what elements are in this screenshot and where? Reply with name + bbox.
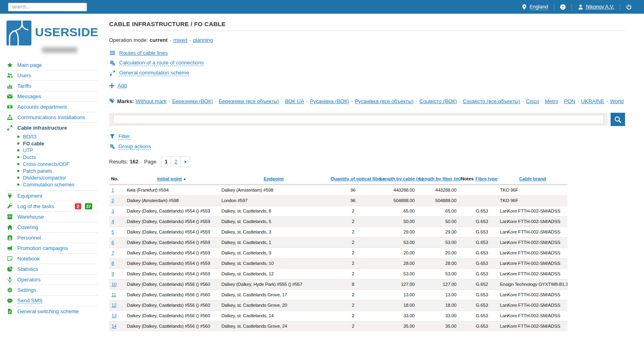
- cable-record-link[interactable]: 6: [111, 240, 114, 245]
- sidebar-item-notebook[interactable]: Notebook: [6, 253, 98, 264]
- sidebar-item-promotion-campaigns[interactable]: Promotion campaigns: [6, 243, 98, 253]
- sidebar-item-covering[interactable]: Covering: [6, 222, 98, 232]
- add-link[interactable]: Add: [118, 83, 127, 89]
- cable-record-link[interactable]: 14: [111, 324, 116, 329]
- sortable-column-link[interactable]: Cable brand: [519, 176, 546, 181]
- page-button-2[interactable]: 2: [171, 156, 181, 167]
- sidebar-subitem-patch-panels[interactable]: Patch panels: [17, 167, 98, 174]
- cable-record-link[interactable]: 7: [111, 250, 114, 255]
- mark-link-metro[interactable]: Metro: [545, 98, 558, 104]
- sortable-column-link[interactable]: Initial point: [157, 176, 182, 181]
- calculation-of-a-route-of-connections-link[interactable]: Calculation of a route of connections: [119, 60, 204, 66]
- page-link[interactable]: 2: [174, 159, 177, 165]
- mark-link-pon[interactable]: PON: [564, 98, 575, 104]
- cell-notes: [459, 248, 473, 258]
- column-header-cable-brand[interactable]: Cable brand: [497, 174, 568, 185]
- general-commutation-scheme-link[interactable]: General commutation scheme: [119, 70, 189, 76]
- group-actions-link[interactable]: Group actions: [118, 143, 151, 150]
- column-header-quantity-of-optical-fibers[interactable]: Quantity of optical fibers: [328, 174, 378, 185]
- sidebar-item-tariffs[interactable]: Tariffs: [6, 81, 98, 91]
- cable-record-link[interactable]: 10: [111, 282, 116, 287]
- location-link[interactable]: England: [530, 4, 548, 10]
- sortable-column-link[interactable]: Length by fiber (m): [419, 176, 461, 181]
- mark-link-березняки-вок[interactable]: Березняки (ВОК): [172, 98, 213, 104]
- column-header-endpoint[interactable]: Endpoint: [219, 174, 328, 185]
- cell-quantity-of-optical-fibers: 2: [328, 238, 378, 248]
- mark-link-березняки-все-объекты[interactable]: Березняки (все объекты): [219, 98, 279, 104]
- sidebar-item-communications-installations[interactable]: Communications installations: [6, 112, 98, 122]
- filter-link[interactable]: Filter: [118, 133, 130, 140]
- sidebar-item-accounts-department[interactable]: Accounts department: [6, 101, 98, 112]
- sidebar-subitem-волз[interactable]: ВОЛЗ: [17, 133, 98, 140]
- sidebar-item-general-switching-scheme[interactable]: General switching scheme: [6, 306, 98, 316]
- table-search-button[interactable]: [611, 113, 625, 126]
- user-name-link[interactable]: Nikonov A.V.: [586, 4, 614, 10]
- sidebar-subitem-dividers-compactor[interactable]: Dividers/compactor: [17, 174, 98, 181]
- mark-link-world[interactable]: World: [610, 98, 624, 104]
- cable-record-link[interactable]: 9: [111, 271, 114, 276]
- operation-mode-mixed-link[interactable]: mixed: [173, 37, 188, 43]
- sortable-column-link[interactable]: Fibre type: [475, 176, 497, 181]
- logout-button[interactable]: [620, 4, 638, 10]
- sidebar-subitem-fo-cable[interactable]: FO cable: [17, 140, 98, 147]
- cable-record-link[interactable]: 3: [111, 209, 114, 213]
- column-header-length-by-fiber-m[interactable]: Length by fiber (m): [417, 174, 459, 185]
- sidebar-submenu: ВОЛЗFO cableUTPDuctsCross connects/ODFPa…: [6, 133, 98, 190]
- help-button[interactable]: ?: [554, 4, 572, 10]
- mark-link-without-mark[interactable]: Without mark: [136, 98, 167, 104]
- sidebar-item-label: Promotion campaigns: [17, 245, 68, 251]
- cable-record-link[interactable]: 13: [111, 313, 116, 318]
- cell-notes: [459, 238, 473, 248]
- logo[interactable]: USERSIDE: [6, 21, 105, 45]
- sidebar-item-log-of-the-tasks[interactable]: Log of the tasks237: [6, 201, 98, 211]
- next-page-button[interactable]: [180, 156, 190, 167]
- sidebar-item-users[interactable]: Users: [6, 70, 98, 81]
- operation-mode-planning-link[interactable]: planning: [193, 37, 213, 43]
- mark-link-русанівка-вок[interactable]: Русанівка (ВОК): [310, 98, 349, 104]
- sidebar-item-statistics[interactable]: Statistics: [6, 264, 98, 274]
- mark-link-вок-ua[interactable]: ВОК UA: [285, 98, 304, 104]
- bullet-icon: [17, 170, 19, 172]
- sortable-column-link[interactable]: Quantity of optical fibers: [330, 176, 385, 181]
- sidebar-subitem-commutation-schemes[interactable]: Commutation schemes: [17, 181, 98, 188]
- sidebar-item-main-page[interactable]: Main page: [6, 60, 98, 70]
- cable-record-link[interactable]: 5: [111, 229, 114, 234]
- sidebar-item-personnel[interactable]: Personnel: [6, 232, 98, 243]
- sortable-column-link[interactable]: Endpoint: [264, 176, 284, 181]
- cell-endpoint: Dalkey, st. Castlelands, 8: [219, 206, 328, 217]
- cable-record-link[interactable]: 8: [111, 261, 114, 266]
- cable-record-link[interactable]: 2: [111, 198, 114, 203]
- mark-link-русанівка-все-объекты[interactable]: Русанівка (все объекты): [355, 98, 413, 104]
- mark-link-соцмісто-вок[interactable]: Соцмісто (ВОК): [419, 98, 457, 104]
- sidebar-item-operators[interactable]: Operators: [6, 274, 98, 285]
- user-menu[interactable]: Nikonov A.V.: [572, 4, 620, 10]
- sidebar-item-send-sms[interactable]: Send SMS: [6, 295, 98, 306]
- cable-record-link[interactable]: 11: [111, 292, 116, 297]
- column-header-length-by-cable-m[interactable]: Length by cable (m): [378, 174, 417, 185]
- sidebar-item-equipment[interactable]: Equipment: [6, 190, 98, 201]
- table-search-input[interactable]: [113, 115, 604, 124]
- sidebar-item-cable-infrastructure[interactable]: Cable infrastructure: [6, 122, 98, 133]
- global-search-input[interactable]: [12, 4, 78, 10]
- cell-cable-brand: TKO 96F: [497, 185, 568, 196]
- sidebar-subitem-ducts[interactable]: Ducts: [17, 154, 98, 161]
- cable-record-link[interactable]: 4: [111, 219, 114, 224]
- location-switcher[interactable]: England: [516, 4, 554, 10]
- column-header-initial-point[interactable]: Initial point▲: [124, 174, 219, 185]
- sortable-column-link[interactable]: Length by cable (m): [380, 176, 423, 181]
- sidebar-item-warehouse[interactable]: Warehouse: [6, 211, 98, 222]
- sidebar-subitem-utp[interactable]: UTP: [17, 147, 98, 154]
- routes-of-cable-lines-link[interactable]: Routes of cable lines: [119, 50, 168, 56]
- sidebar-subitem-cross-connects-odf[interactable]: Cross connects/ODF: [17, 161, 98, 167]
- star-icon: [6, 62, 13, 68]
- sidebar-item-settings[interactable]: Settings: [6, 285, 98, 295]
- cell-initial-point: Dalkey (Dalkey, Castlelands) #554 () #55…: [124, 238, 219, 248]
- mark-link-cisco[interactable]: Cisco: [526, 98, 539, 104]
- mark-link-соцмісто-все-объекты[interactable]: Соцмісто (все объекты): [463, 98, 520, 104]
- cable-record-link[interactable]: 1: [111, 188, 114, 192]
- mark-link-ukraine[interactable]: UKRAINE: [581, 98, 605, 104]
- sidebar-item-messages[interactable]: Messages: [6, 91, 98, 101]
- column-header-fibre-type[interactable]: Fibre type: [473, 174, 497, 185]
- global-search[interactable]: [8, 3, 87, 11]
- cable-record-link[interactable]: 12: [111, 303, 116, 308]
